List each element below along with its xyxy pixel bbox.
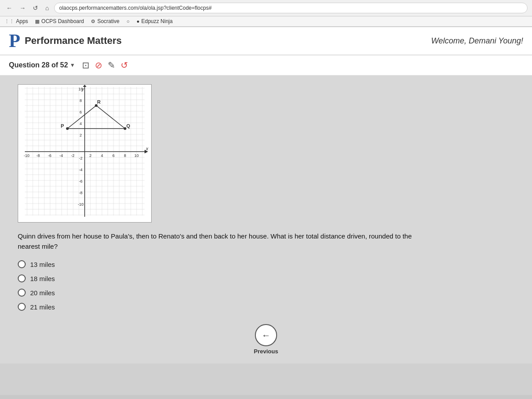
question-label: Question 28 of 52 ▼ (9, 61, 75, 69)
bookmark-apps[interactable]: ⋮⋮ Apps (4, 18, 28, 24)
svg-text:2: 2 (79, 133, 82, 137)
answer-choice-b[interactable]: 18 miles (18, 274, 514, 282)
answer-text-d: 21 miles (30, 303, 55, 311)
answer-text-b: 18 miles (30, 275, 55, 282)
answer-text-c: 20 miles (30, 289, 55, 297)
radio-c[interactable] (18, 289, 26, 297)
svg-text:4: 4 (101, 153, 103, 158)
logo-letter: P (9, 31, 20, 50)
bookmark-ocps-label: OCPS Dashboard (41, 18, 84, 24)
question-number: Question 28 of 52 (9, 61, 68, 69)
browser-chrome: ← → ↺ ⌂ ⋮⋮ Apps ▦ OCPS Dashboard ⚙ Socra… (0, 0, 532, 27)
flag-icon[interactable]: ⊡ (82, 60, 90, 70)
svg-text:-2: -2 (71, 153, 74, 158)
circle-icon: ○ (126, 19, 129, 24)
radio-d[interactable] (18, 303, 26, 311)
question-text: Quinn drives from her house to Paula's, … (18, 231, 417, 251)
svg-text:-10: -10 (78, 202, 83, 207)
question-toolbar: Question 28 of 52 ▼ ⊡ ⊘ ✎ ↺ (0, 55, 532, 75)
svg-text:-4: -4 (59, 153, 63, 158)
answer-choice-c[interactable]: 20 miles (18, 289, 514, 297)
svg-text:-8: -8 (36, 153, 40, 158)
prev-button-area: ← Previous (18, 324, 514, 355)
pencil-icon[interactable]: ✎ (108, 60, 115, 70)
svg-text:8: 8 (124, 153, 126, 158)
redo-icon[interactable]: ↺ (121, 60, 128, 70)
bookmark-socrative-label: Socrative (97, 18, 119, 24)
svg-text:2: 2 (89, 153, 91, 158)
radio-a[interactable] (18, 260, 26, 268)
question-dropdown-arrow[interactable]: ▼ (70, 62, 75, 68)
toolbar-icons: ⊡ ⊘ ✎ ↺ (82, 60, 128, 70)
previous-button[interactable]: ← (255, 324, 277, 346)
answer-choices: 13 miles 18 miles 20 miles 21 miles (18, 260, 514, 311)
svg-text:-6: -6 (79, 179, 82, 184)
svg-text:6: 6 (112, 153, 114, 158)
edpuzz-icon: ● (137, 19, 140, 24)
url-bar[interactable] (54, 3, 528, 13)
apps-icon: ⋮⋮ (4, 19, 14, 24)
answer-choice-d[interactable]: 21 miles (18, 303, 514, 311)
home-button[interactable]: ⌂ (43, 4, 51, 12)
welcome-message: Welcome, Demani Young! (431, 36, 523, 46)
site-title: Performance Matters (25, 35, 122, 47)
refresh-button[interactable]: ↺ (31, 4, 40, 12)
back-button[interactable]: ← (4, 4, 14, 12)
svg-text:Q: Q (126, 123, 130, 129)
svg-text:10: 10 (78, 87, 83, 91)
svg-text:4: 4 (79, 121, 82, 126)
bookmark-circle[interactable]: ○ (126, 19, 129, 24)
radio-b[interactable] (18, 274, 26, 282)
ocps-icon: ▦ (35, 19, 39, 24)
question-area: x y -10 -8 -6 -4 -2 2 4 6 8 10 10 8 6 4 … (0, 75, 532, 364)
svg-text:-6: -6 (48, 153, 51, 158)
previous-label: Previous (254, 348, 278, 355)
svg-text:-8: -8 (79, 191, 82, 195)
site-header: P Performance Matters Welcome, Demani Yo… (0, 27, 532, 55)
answer-text-a: 13 miles (30, 261, 55, 268)
graph-container: x y -10 -8 -6 -4 -2 2 4 6 8 10 10 8 6 4 … (18, 84, 152, 223)
logo-area: P Performance Matters (9, 31, 122, 50)
bookmark-edpuzz[interactable]: ● Edpuzz Ninja (137, 18, 172, 24)
svg-text:6: 6 (79, 110, 82, 114)
svg-text:x: x (145, 146, 149, 151)
browser-toolbar: ← → ↺ ⌂ (0, 0, 532, 16)
bookmark-edpuzz-label: Edpuzz Ninja (141, 18, 173, 24)
coordinate-graph: x y -10 -8 -6 -4 -2 2 4 6 8 10 10 8 6 4 … (18, 85, 151, 222)
bookmark-apps-label: Apps (16, 18, 28, 24)
svg-text:P: P (61, 123, 64, 129)
socrative-icon: ⚙ (91, 19, 95, 24)
svg-text:8: 8 (79, 98, 82, 103)
svg-text:-4: -4 (79, 168, 82, 172)
block-icon[interactable]: ⊘ (95, 60, 102, 70)
answer-choice-a[interactable]: 13 miles (18, 260, 514, 268)
svg-text:-10: -10 (23, 153, 29, 158)
bookmark-ocps[interactable]: ▦ OCPS Dashboard (35, 18, 84, 24)
bookmark-socrative[interactable]: ⚙ Socrative (91, 18, 119, 24)
svg-point-72 (66, 127, 69, 130)
page-content: P Performance Matters Welcome, Demani Yo… (0, 27, 532, 395)
svg-text:10: 10 (134, 153, 139, 158)
svg-text:R: R (97, 99, 101, 105)
svg-text:-2: -2 (79, 156, 82, 160)
bookmarks-bar: ⋮⋮ Apps ▦ OCPS Dashboard ⚙ Socrative ○ ●… (0, 16, 532, 27)
forward-button[interactable]: → (18, 4, 27, 12)
